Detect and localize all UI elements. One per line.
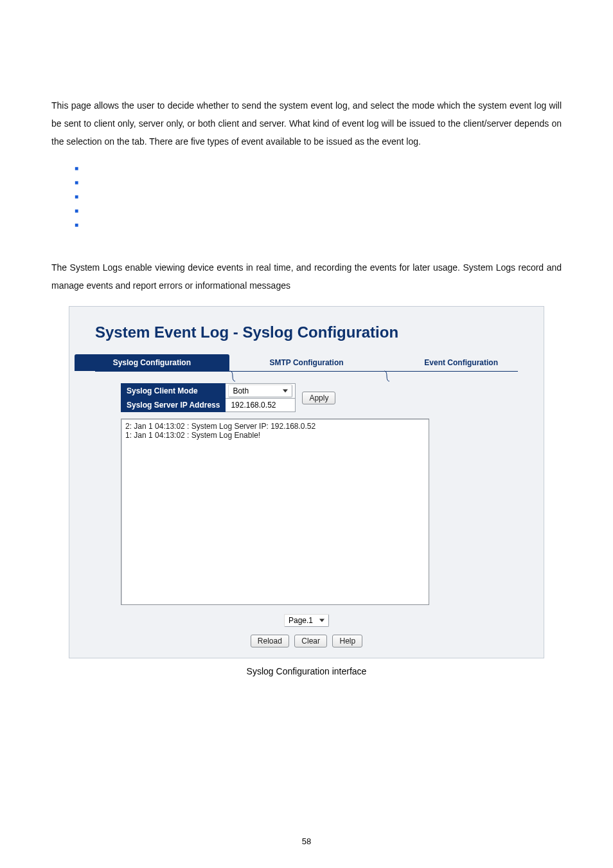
- tab-smtp-configuration[interactable]: SMTP Configuration: [229, 354, 384, 371]
- tabs-underline: [95, 371, 518, 372]
- bullet-item: [75, 219, 562, 233]
- log-line: 2: Jan 1 04:13:02 : System Log Server IP…: [125, 422, 425, 431]
- config-table: Syslog Client Mode Both Syslog Server IP…: [121, 383, 296, 412]
- chevron-down-icon: [283, 390, 288, 393]
- help-button[interactable]: Help: [332, 635, 362, 647]
- ip-value[interactable]: 192.168.0.52: [226, 399, 296, 412]
- panel-title: System Event Log - Syslog Configuration: [95, 307, 518, 354]
- mode-label: Syslog Client Mode: [121, 384, 226, 399]
- screenshot-panel: System Event Log - Syslog Configuration …: [69, 306, 544, 658]
- apply-wrap: Apply: [302, 392, 335, 404]
- reload-button[interactable]: Reload: [251, 635, 289, 647]
- log-line: 1: Jan 1 04:13:02 : System Log Enable!: [125, 431, 425, 440]
- mode-cell: Both: [226, 384, 296, 399]
- table-row: Syslog Server IP Address 192.168.0.52: [121, 399, 296, 412]
- table-row: Syslog Client Mode Both: [121, 384, 296, 399]
- page: This page allows the user to decide whet…: [0, 0, 613, 868]
- bullet-item: [75, 204, 562, 219]
- bullet-item: [75, 162, 562, 176]
- page-select-value: Page.1: [289, 616, 313, 625]
- tab-syslog-configuration[interactable]: Syslog Configuration: [75, 354, 229, 371]
- chevron-down-icon: [319, 619, 324, 622]
- apply-button[interactable]: Apply: [302, 392, 335, 404]
- page-select[interactable]: Page.1: [284, 614, 329, 627]
- bullet-item: [75, 190, 562, 204]
- bottom-controls: Page.1 Reload Clear Help: [95, 614, 518, 647]
- mode-select[interactable]: Both: [228, 384, 292, 397]
- ip-label: Syslog Server IP Address: [121, 399, 226, 412]
- config-row: Syslog Client Mode Both Syslog Server IP…: [121, 383, 518, 412]
- tab-event-configuration[interactable]: Event Configuration: [384, 354, 538, 371]
- clear-button[interactable]: Clear: [294, 635, 327, 647]
- figure-caption: Syslog Configuration interface: [51, 666, 562, 676]
- tab-bar: Syslog Configuration SMTP Configuration …: [75, 354, 538, 371]
- intro-paragraph-2: The System Logs enable viewing device ev…: [51, 258, 562, 294]
- page-number: 58: [0, 836, 613, 846]
- mode-select-value: Both: [233, 386, 249, 395]
- log-output-box[interactable]: 2: Jan 1 04:13:02 : System Log Server IP…: [121, 419, 429, 605]
- bullet-item: [75, 176, 562, 190]
- bullet-list: [75, 162, 562, 233]
- intro-paragraph-1: This page allows the user to decide whet…: [51, 96, 562, 150]
- intro-text-1b: tab. There are five types of event avail…: [132, 136, 421, 147]
